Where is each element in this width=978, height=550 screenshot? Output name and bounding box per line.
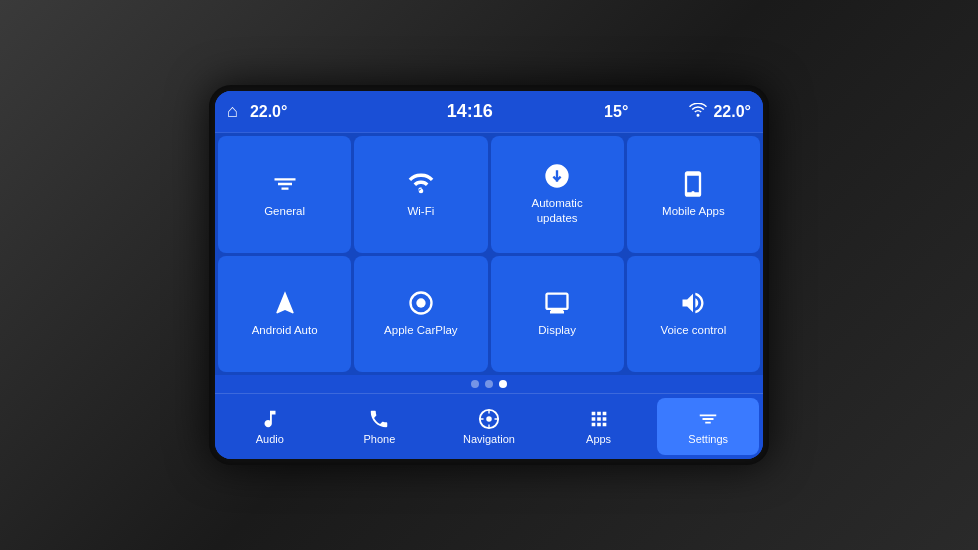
svg-point-3 [486, 416, 492, 422]
pagination-dots [215, 375, 763, 393]
nav-item-navigation[interactable]: Navigation [434, 394, 544, 459]
navigation-nav-label: Navigation [463, 433, 515, 445]
home-icon[interactable]: ⌂ [227, 101, 238, 122]
dot-3-active[interactable] [499, 380, 507, 388]
status-right: 22.0° [689, 103, 751, 121]
temp-right: 22.0° [713, 103, 751, 121]
general-label: General [264, 204, 305, 219]
display-label: Display [538, 323, 576, 338]
screen-bezel: ⌂ 22.0° 14:16 15° 22.0° [209, 85, 769, 465]
general-icon [271, 170, 299, 198]
carplay-icon [407, 289, 435, 317]
apps-nav-icon [588, 408, 610, 430]
wifi-status-icon [689, 103, 707, 120]
auto-updates-label: Automaticupdates [532, 196, 583, 226]
download-icon [543, 162, 571, 190]
navigation-nav-icon [478, 408, 500, 430]
grid-item-android-auto[interactable]: Android Auto [218, 256, 351, 373]
grid-item-mobile-apps[interactable]: Mobile Apps [627, 136, 760, 253]
wifi-label: Wi-Fi [407, 204, 434, 219]
grid-item-carplay[interactable]: Apple CarPlay [354, 256, 487, 373]
carplay-label: Apple CarPlay [384, 323, 458, 338]
settings-nav-icon [697, 408, 719, 430]
mobile-apps-icon [679, 170, 707, 198]
wifi-icon [407, 170, 435, 198]
settings-nav-label: Settings [688, 433, 728, 445]
nav-item-settings[interactable]: Settings [657, 398, 759, 455]
nav-item-phone[interactable]: Phone [325, 394, 435, 459]
display-icon [543, 289, 571, 317]
grid-item-display[interactable]: Display [491, 256, 624, 373]
android-auto-icon [271, 289, 299, 317]
temp-left: 22.0° [250, 103, 397, 121]
dot-1[interactable] [471, 380, 479, 388]
nav-item-apps[interactable]: Apps [544, 394, 654, 459]
grid-item-general[interactable]: General [218, 136, 351, 253]
status-bar: ⌂ 22.0° 14:16 15° 22.0° [215, 91, 763, 133]
voice-control-icon [679, 289, 707, 317]
grid-item-wifi[interactable]: Wi-Fi [354, 136, 487, 253]
phone-nav-label: Phone [363, 433, 395, 445]
outside-temp: 15° [543, 103, 690, 121]
grid-item-auto-updates[interactable]: Automaticupdates [491, 136, 624, 253]
settings-grid: General Wi-Fi Automaticupdates [215, 133, 763, 375]
svg-point-1 [416, 299, 425, 308]
dot-2[interactable] [485, 380, 493, 388]
audio-nav-icon [259, 408, 281, 430]
clock: 14:16 [396, 101, 543, 122]
voice-control-label: Voice control [660, 323, 726, 338]
phone-nav-icon [368, 408, 390, 430]
audio-nav-label: Audio [256, 433, 284, 445]
infotainment-screen: ⌂ 22.0° 14:16 15° 22.0° [215, 91, 763, 459]
mobile-apps-label: Mobile Apps [662, 204, 725, 219]
bottom-nav-bar: Audio Phone Navigation [215, 393, 763, 459]
apps-nav-label: Apps [586, 433, 611, 445]
android-auto-label: Android Auto [252, 323, 318, 338]
nav-item-audio[interactable]: Audio [215, 394, 325, 459]
car-dashboard: ⌂ 22.0° 14:16 15° 22.0° [0, 0, 978, 550]
grid-item-voice-control[interactable]: Voice control [627, 256, 760, 373]
